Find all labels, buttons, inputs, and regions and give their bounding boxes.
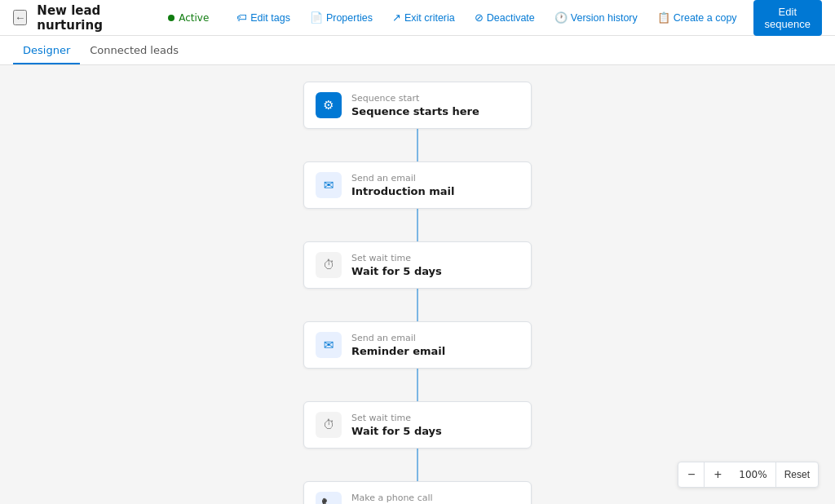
page-title: New lead nurturing bbox=[37, 3, 152, 33]
send-email-1-content: Send an email Introduction mail bbox=[351, 173, 519, 197]
sequence-start-title: Sequence starts here bbox=[351, 105, 519, 117]
back-icon: ← bbox=[15, 11, 25, 24]
connector-3 bbox=[417, 289, 418, 321]
create-copy-button[interactable]: 📋 Create a copy bbox=[649, 7, 745, 28]
zoom-controls: − + 100% Reset bbox=[678, 462, 819, 488]
copy-icon: 📋 bbox=[657, 11, 670, 24]
zoom-value: 100% bbox=[731, 462, 775, 487]
wait-2-title: Wait for 5 days bbox=[351, 425, 519, 437]
flow-container: ⚙ Sequence start Sequence starts here ✉ … bbox=[0, 82, 835, 504]
connector-5 bbox=[417, 449, 418, 481]
status-badge: Active bbox=[168, 12, 209, 24]
sub-nav: Designer Connected leads bbox=[0, 36, 835, 65]
wait-2-content: Set wait time Wait for 5 days bbox=[351, 413, 519, 437]
zoom-reset-button[interactable]: Reset bbox=[776, 462, 818, 487]
sequence-start-icon: ⚙ bbox=[316, 92, 342, 118]
wait-1-title: Wait for 5 days bbox=[351, 265, 519, 277]
email-icon-2: ✉ bbox=[316, 332, 342, 358]
phone-call-content: Make a phone call Call customer bbox=[351, 493, 519, 504]
send-email-1-title: Introduction mail bbox=[351, 185, 519, 197]
properties-button[interactable]: 📄 Properties bbox=[302, 7, 381, 28]
send-email-1-label: Send an email bbox=[351, 173, 519, 183]
history-icon: 🕐 bbox=[554, 11, 568, 24]
exit-criteria-button[interactable]: ↗ Exit criteria bbox=[384, 7, 463, 28]
sequence-start-label: Sequence start bbox=[351, 93, 519, 104]
status-label: Active bbox=[179, 12, 209, 24]
phone-call-label: Make a phone call bbox=[351, 493, 519, 503]
wait-icon-1: ⏱ bbox=[316, 252, 342, 278]
version-history-button[interactable]: 🕐 Version history bbox=[546, 7, 646, 28]
version-history-label: Version history bbox=[571, 12, 638, 24]
flow-card-send-email-2[interactable]: ✉ Send an email Reminder email bbox=[303, 321, 532, 369]
tag-icon: 🏷 bbox=[236, 11, 247, 24]
flow-card-send-email-1[interactable]: ✉ Send an email Introduction mail bbox=[303, 161, 532, 209]
edit-tags-button[interactable]: 🏷 Edit tags bbox=[228, 7, 298, 28]
back-button[interactable]: ← bbox=[13, 10, 27, 25]
zoom-out-button[interactable]: − bbox=[678, 462, 705, 487]
phone-icon: 📞 bbox=[316, 492, 342, 504]
tab-connected-leads[interactable]: Connected leads bbox=[80, 38, 188, 64]
zoom-in-button[interactable]: + bbox=[705, 462, 731, 487]
tab-designer[interactable]: Designer bbox=[13, 38, 80, 64]
create-copy-label: Create a copy bbox=[674, 12, 737, 24]
exit-icon: ↗ bbox=[392, 11, 401, 24]
flow-card-sequence-start[interactable]: ⚙ Sequence start Sequence starts here bbox=[303, 82, 532, 129]
properties-label: Properties bbox=[326, 12, 373, 24]
connector-1 bbox=[417, 129, 418, 161]
flow-card-phone-call[interactable]: 📞 Make a phone call Call customer bbox=[303, 481, 532, 504]
connector-2 bbox=[417, 209, 418, 241]
edit-sequence-button[interactable]: Edit sequence bbox=[753, 0, 822, 36]
document-icon: 📄 bbox=[310, 11, 323, 24]
send-email-2-title: Reminder email bbox=[351, 345, 519, 357]
header-actions: 🏷 Edit tags 📄 Properties ↗ Exit criteria… bbox=[228, 0, 822, 36]
send-email-2-label: Send an email bbox=[351, 333, 519, 343]
flow-card-wait-2[interactable]: ⏱ Set wait time Wait for 5 days bbox=[303, 401, 532, 449]
email-icon-1: ✉ bbox=[316, 172, 342, 198]
deactivate-button[interactable]: ⊘ Deactivate bbox=[466, 7, 543, 28]
edit-tags-label: Edit tags bbox=[250, 12, 290, 24]
sequence-start-content: Sequence start Sequence starts here bbox=[351, 93, 519, 117]
status-dot bbox=[168, 15, 175, 21]
connector-4 bbox=[417, 369, 418, 401]
wait-2-label: Set wait time bbox=[351, 413, 519, 423]
wait-1-label: Set wait time bbox=[351, 253, 519, 263]
app-header: ← New lead nurturing Active 🏷 Edit tags … bbox=[0, 0, 835, 36]
wait-icon-2: ⏱ bbox=[316, 412, 342, 438]
deactivate-label: Deactivate bbox=[487, 12, 535, 24]
wait-1-content: Set wait time Wait for 5 days bbox=[351, 253, 519, 277]
flow-card-wait-1[interactable]: ⏱ Set wait time Wait for 5 days bbox=[303, 241, 532, 289]
deactivate-icon: ⊘ bbox=[475, 11, 484, 24]
send-email-2-content: Send an email Reminder email bbox=[351, 333, 519, 357]
flow-canvas: ⚙ Sequence start Sequence starts here ✉ … bbox=[0, 65, 835, 504]
exit-criteria-label: Exit criteria bbox=[404, 12, 455, 24]
